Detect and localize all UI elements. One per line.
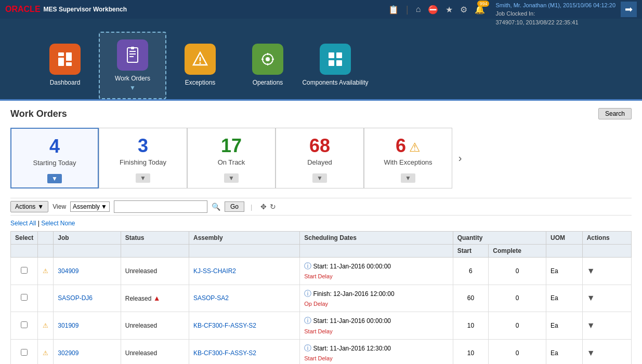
card-on-track-number: 17	[221, 137, 242, 155]
row-302909-assembly-link[interactable]: KB-CF300-F-ASSY-S2	[193, 349, 256, 357]
home-icon[interactable]: ⌂	[416, 5, 421, 14]
summary-cards-row: 4 Starting Today ▼ 3 Finishing Today ▼ 1…	[10, 128, 632, 188]
card-on-track-arrow[interactable]: ▼	[224, 173, 239, 183]
row-302909-delay: Start Delay	[304, 355, 332, 361]
row-301909-qty-complete: 0	[489, 312, 546, 340]
user-info: Logged In As Smith, Mr. Jonathan (M1), 2…	[495, 0, 615, 26]
row-304909-job-cell: 304909	[54, 258, 121, 285]
card-exceptions-arrow[interactable]: ▼	[401, 173, 415, 183]
row-302909-checkbox[interactable]	[21, 349, 28, 356]
header-sep1: |	[406, 4, 409, 15]
nav-item-work-orders[interactable]: Work Orders ▼	[99, 32, 166, 99]
card-delayed-label: Delayed	[307, 158, 332, 166]
row-304909-status: Unreleased	[125, 267, 157, 275]
card-starting-today[interactable]: 4 Starting Today ▼	[10, 128, 99, 188]
row-sasop-action-button[interactable]: ▼	[587, 293, 595, 302]
refresh-icon[interactable]: ↻	[270, 203, 276, 211]
main-content: Work Orders Search 4 Starting Today ▼ 3 …	[0, 101, 642, 364]
row-302909-sched-date: Start: 11-Jan-2016 12:30:00	[313, 345, 391, 352]
star-icon[interactable]: ★	[446, 5, 453, 15]
card-delayed[interactable]: 68 Delayed ▼	[276, 128, 364, 188]
workorders-icon	[117, 39, 148, 71]
svg-rect-19	[336, 52, 342, 58]
row-302909-job-link[interactable]: 302909	[58, 349, 78, 357]
user-name-link[interactable]: Smith, Mr. Jonathan (M1), 2015/10/06 04:…	[495, 2, 615, 8]
row-304909-assembly-cell: KJ-SS-CHAIR2	[189, 258, 300, 285]
card-delayed-arrow[interactable]: ▼	[312, 173, 327, 183]
cards-next-arrow[interactable]: ›	[452, 152, 468, 164]
row-302909-warning-icon: ⚠	[43, 349, 48, 357]
row-304909-checkbox[interactable]	[21, 267, 28, 274]
assembly-select[interactable]: Assembly ▼	[70, 201, 110, 212]
operations-icon	[252, 44, 283, 75]
row-sasop-qty-start: 60	[453, 285, 489, 312]
row-304909-info-icon[interactable]: ⓘ	[304, 262, 311, 270]
row-302909-status: Unreleased	[125, 349, 157, 357]
search-input[interactable]	[114, 200, 207, 213]
row-304909-warning-icon: ⚠	[43, 267, 48, 275]
nav-item-dashboard[interactable]: Dashboard	[31, 32, 99, 99]
actions-button[interactable]: Actions ▼	[10, 201, 48, 212]
col-sub-assembly	[189, 245, 300, 258]
col-sub-warn	[38, 245, 54, 258]
select-none-link[interactable]: Select None	[41, 220, 75, 227]
card-starting-today-arrow[interactable]: ▼	[47, 174, 62, 183]
row-302909-uom: Ea	[546, 339, 583, 364]
go-button[interactable]: Go	[225, 201, 244, 212]
oracle-brand: ORACLE	[5, 5, 41, 14]
col-qty-complete: Complete	[489, 245, 546, 258]
row-301909-info-icon[interactable]: ⓘ	[304, 316, 311, 325]
row-sasop-job-link[interactable]: SASOP-DJ6	[58, 294, 93, 302]
header-icons: 📋 | ⌂ ⛔ ★ ⚙ 🔔 994	[388, 4, 485, 15]
row-sasop-actions-cell: ▼	[582, 285, 631, 312]
row-304909-actions-cell: ▼	[582, 258, 631, 285]
card-finishing-today-arrow[interactable]: ▼	[136, 173, 150, 183]
row-304909-action-button[interactable]: ▼	[587, 266, 595, 275]
row-301909-assembly-link[interactable]: KB-CF300-F-ASSY-S2	[193, 322, 256, 329]
nav-item-exceptions[interactable]: Exceptions	[166, 32, 234, 99]
row-sasop-assembly-link[interactable]: SASOP-SA2	[193, 294, 229, 302]
row-301909-job-link[interactable]: 301909	[58, 322, 78, 329]
notifications-bell[interactable]: 🔔 994	[475, 5, 485, 15]
prohibited-icon[interactable]: ⛔	[428, 5, 438, 15]
toolbar-icons: ✥ ↻	[260, 203, 276, 211]
nav-label-dashboard: Dashboard	[50, 79, 81, 87]
svg-point-11	[200, 62, 201, 64]
row-301909-qty-start: 10	[453, 312, 489, 340]
svg-rect-8	[131, 47, 134, 49]
row-304909-assembly-link[interactable]: KJ-SS-CHAIR2	[193, 267, 236, 275]
table-body: ⚠ 304909 Unreleased KJ-SS-CHAIR2 ⓘ Start…	[11, 258, 632, 365]
expand-icon[interactable]: ✥	[260, 203, 267, 211]
login-icon[interactable]: ➡	[621, 2, 637, 17]
col-assembly: Assembly	[189, 232, 300, 245]
row-sasop-warning-cell	[38, 285, 54, 312]
row-302909-info-icon[interactable]: ⓘ	[304, 344, 311, 352]
card-finishing-today-number: 3	[138, 137, 148, 155]
gear-icon[interactable]: ⚙	[460, 5, 467, 15]
card-on-track[interactable]: 17 On Track ▼	[187, 128, 276, 188]
search-button[interactable]: Search	[598, 108, 632, 119]
row-304909-status-cell: Unreleased	[121, 258, 189, 285]
row-301909-action-button[interactable]: ▼	[587, 321, 595, 330]
row-sasop-assembly-cell: SASOP-SA2	[189, 285, 300, 312]
card-finishing-today[interactable]: 3 Finishing Today ▼	[99, 128, 187, 188]
nav-active-arrow: ▼	[129, 84, 136, 91]
row-sasop-sched-date: Finish: 12-Jan-2016 12:00:00	[313, 290, 395, 298]
row-304909-job-link[interactable]: 304909	[58, 267, 78, 275]
card-with-exceptions[interactable]: 6 ⚠ With Exceptions ▼	[364, 128, 452, 188]
row-sasop-info-icon[interactable]: ⓘ	[304, 289, 311, 298]
row-301909-sched-cell: ⓘ Start: 11-Jan-2016 00:00:00 Start Dela…	[300, 312, 453, 340]
select-links: Select All | Select None	[10, 220, 632, 227]
row-302909-action-button[interactable]: ▼	[587, 348, 595, 357]
clipboard-icon[interactable]: 📋	[388, 5, 399, 15]
oracle-logo: ORACLE MES Supervisor Workbench	[5, 5, 127, 14]
nav-item-operations[interactable]: Operations	[234, 32, 302, 99]
row-301909-checkbox[interactable]	[21, 321, 28, 328]
row-sasop-up-arrow: ▲	[153, 294, 161, 302]
row-sasop-checkbox[interactable]	[21, 294, 28, 301]
search-icon[interactable]: 🔍	[212, 203, 220, 211]
nav-item-components[interactable]: Components Availability	[302, 32, 369, 99]
row-301909-actions-cell: ▼	[582, 312, 631, 340]
row-304909-sched-cell: ⓘ Start: 11-Jan-2016 00:00:00 Start Dela…	[300, 258, 453, 285]
select-all-link[interactable]: Select All	[10, 220, 36, 227]
